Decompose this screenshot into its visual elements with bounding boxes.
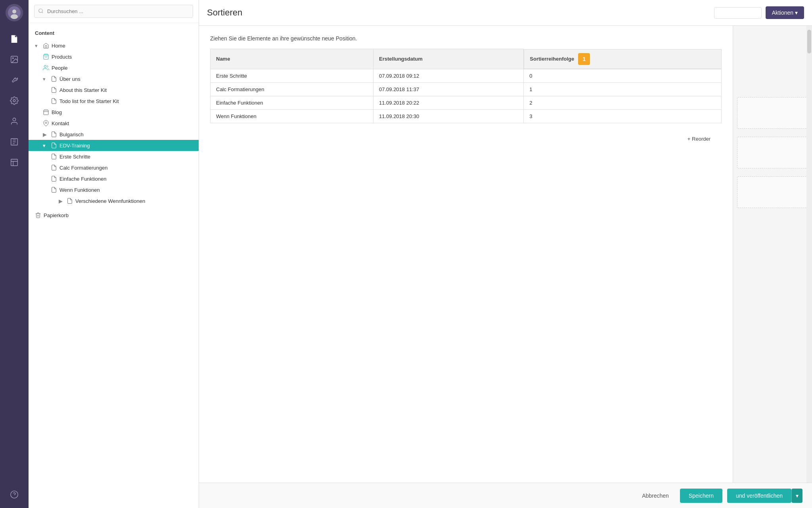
- sidebar-item-people[interactable]: People: [29, 62, 199, 73]
- svg-rect-8: [11, 159, 18, 166]
- nav-wrench-icon[interactable]: [5, 71, 24, 90]
- sidebar-item-blog[interactable]: Blog: [29, 107, 199, 118]
- sidebar-item-bulgarisch[interactable]: ▶ Bulgarisch: [29, 129, 199, 140]
- col-date: Erstellungsdatum: [373, 49, 524, 69]
- row-name: Einfache Funktionen: [211, 96, 373, 109]
- blog-icon: [43, 109, 49, 115]
- content-area: Ziehen Sie die Elemente an ihre gewünsch…: [199, 26, 812, 483]
- bulgarisch-doc-icon: [51, 131, 57, 138]
- trash-icon: [35, 212, 41, 218]
- col-order: Sortierreihenfolge 1: [524, 49, 721, 69]
- right-panel-box-3: [737, 176, 808, 208]
- sidebar-tree: Content ▾ Home Products People ▾ Über un…: [29, 23, 199, 508]
- verschiedene-arrow-icon: ▶: [59, 198, 64, 204]
- veroeff-button[interactable]: und veröffentlichen: [727, 489, 791, 503]
- top-bar-input[interactable]: [714, 7, 762, 19]
- main-area: Sortieren Aktionen ▾ Ziehen Sie die Elem…: [199, 0, 812, 508]
- sidebar-item-calc-format[interactable]: Calc Formatierungen: [29, 162, 199, 173]
- todo-label: Todo list for the Starter Kit: [59, 98, 119, 104]
- sidebar-item-erste-schritte[interactable]: Erste Schritte: [29, 151, 199, 162]
- sidebar-item-kontakt[interactable]: Kontakt: [29, 118, 199, 129]
- wenn-funk-label: Wenn Funktionen: [59, 187, 100, 193]
- sidebar-item-products[interactable]: Products: [29, 51, 199, 62]
- sidebar-item-about[interactable]: About this Starter Kit: [29, 84, 199, 95]
- about-label: About this Starter Kit: [59, 87, 107, 93]
- sort-table: Name Erstellungsdatum Sortierreihenfolge…: [210, 49, 722, 123]
- table-row[interactable]: Wenn Funktionen 11.09.2018 20:30 3: [211, 109, 722, 123]
- svg-point-17: [45, 122, 47, 124]
- wenn-funk-doc-icon: [51, 187, 57, 193]
- svg-point-5: [13, 99, 15, 102]
- sidebar-item-wenn-funk[interactable]: Wenn Funktionen: [29, 184, 199, 195]
- edv-training-arrow-icon: ▾: [43, 143, 48, 149]
- home-arrow-icon: ▾: [35, 43, 40, 49]
- nav-list-icon[interactable]: [5, 132, 24, 151]
- svg-point-10: [39, 9, 42, 12]
- sidebar-search-area: [29, 0, 199, 23]
- sidebar-item-edv-training[interactable]: ▾ EDV-Training: [29, 140, 199, 151]
- top-bar-right: Aktionen ▾: [714, 6, 804, 19]
- sidebar-item-todo[interactable]: Todo list for the Starter Kit: [29, 95, 199, 107]
- sidebar-item-home[interactable]: ▾ Home: [29, 40, 199, 51]
- row-date: 07.09.2018 11:37: [373, 82, 524, 96]
- scrollbar-thumb: [807, 30, 811, 53]
- nav-document-icon[interactable]: [5, 29, 24, 48]
- bulgarisch-label: Bulgarisch: [59, 132, 84, 138]
- papierkorb-label: Papierkorb: [44, 212, 69, 218]
- row-name: Erste Schritte: [211, 69, 373, 82]
- table-row[interactable]: Einfache Funktionen 11.09.2018 20:22 2: [211, 96, 722, 109]
- aktionen-button[interactable]: Aktionen ▾: [766, 6, 804, 19]
- people-label: People: [52, 65, 67, 71]
- ueber-uns-arrow-icon: ▾: [43, 76, 48, 82]
- right-panel: [733, 26, 812, 483]
- abbrechen-button[interactable]: Abbrechen: [636, 489, 675, 502]
- home-icon: [43, 42, 49, 49]
- svg-rect-13: [44, 110, 48, 115]
- nav-help-icon[interactable]: [5, 485, 24, 504]
- verschiedene-doc-icon: [67, 198, 73, 204]
- veroeff-arrow-button[interactable]: ▾: [791, 489, 802, 503]
- sidebar-item-verschiedene[interactable]: ▶ Verschiedene Wennfunktionen: [29, 195, 199, 206]
- avatar[interactable]: [6, 4, 23, 21]
- reorder-button[interactable]: + Reorder: [688, 136, 710, 142]
- svg-point-4: [12, 57, 13, 59]
- nav-user-icon[interactable]: [5, 112, 24, 131]
- sidebar-item-papierkorb[interactable]: Papierkorb: [29, 210, 199, 221]
- kontakt-icon: [43, 120, 49, 126]
- ueber-uns-icon: [51, 76, 57, 82]
- row-order: 0: [524, 69, 722, 82]
- svg-point-2: [11, 14, 18, 19]
- right-panel-box-1: [737, 97, 808, 129]
- svg-point-12: [44, 65, 46, 67]
- bulgarisch-arrow-icon: ▶: [43, 132, 48, 138]
- erste-schritte-label: Erste Schritte: [59, 154, 90, 160]
- row-order: 2: [524, 96, 722, 109]
- sort-badge: 1: [578, 53, 590, 65]
- scrollbar[interactable]: [806, 26, 812, 483]
- top-bar: Sortieren Aktionen ▾: [199, 0, 812, 26]
- sort-panel: Ziehen Sie die Elemente an ihre gewünsch…: [199, 26, 733, 483]
- sidebar-title: Content: [29, 28, 199, 40]
- nav-image-icon[interactable]: [5, 50, 24, 69]
- calc-format-doc-icon: [51, 164, 57, 171]
- speichern-button[interactable]: Speichern: [680, 489, 722, 503]
- row-date: 11.09.2018 20:30: [373, 109, 524, 123]
- products-label: Products: [52, 54, 72, 60]
- svg-point-6: [13, 118, 15, 121]
- nav-bar: [0, 0, 29, 508]
- sidebar-item-einfache-funk[interactable]: Einfache Funktionen: [29, 173, 199, 184]
- blog-label: Blog: [52, 109, 62, 115]
- table-row[interactable]: Erste Schritte 07.09.2018 09:12 0: [211, 69, 722, 82]
- nav-gear-icon[interactable]: [5, 91, 24, 110]
- table-row[interactable]: Calc Formatierungen 07.09.2018 11:37 1: [211, 82, 722, 96]
- search-input[interactable]: [34, 5, 193, 18]
- row-date: 11.09.2018 20:22: [373, 96, 524, 109]
- nav-table-icon[interactable]: [5, 153, 24, 172]
- sidebar-item-ueber-uns[interactable]: ▾ Über uns: [29, 73, 199, 84]
- edv-training-label: EDV-Training: [59, 143, 90, 149]
- row-date: 07.09.2018 09:12: [373, 69, 524, 82]
- row-order: 1: [524, 82, 722, 96]
- einfache-funk-label: Einfache Funktionen: [59, 176, 107, 182]
- people-icon: [43, 65, 49, 71]
- ueber-uns-label: Über uns: [59, 76, 80, 82]
